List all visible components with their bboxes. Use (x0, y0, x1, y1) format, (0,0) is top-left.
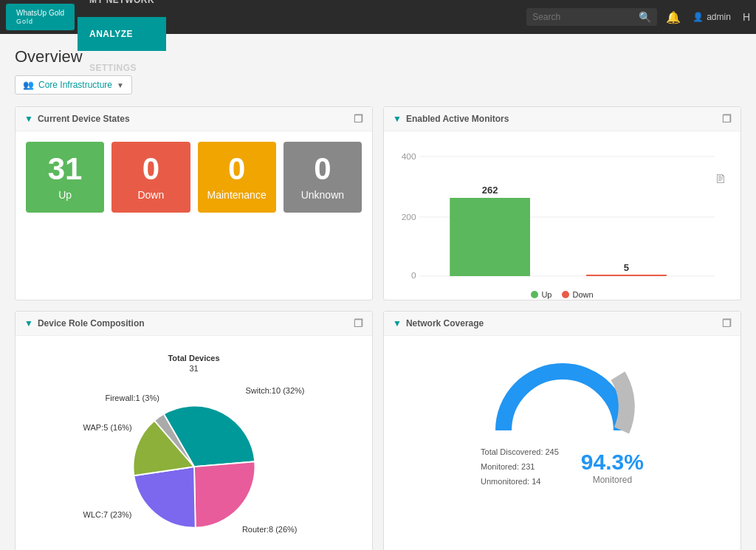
gauge-percent-label: Monitored (581, 475, 644, 485)
device-role-title: Device Role Composition (38, 318, 145, 329)
help-icon[interactable]: H (743, 11, 750, 23)
user-icon: 👤 (693, 12, 704, 22)
navbar: WhatsUp Gold Gold DISCOVERMY NETWORKANAL… (0, 0, 756, 34)
bar-legend: Up Down (402, 290, 723, 299)
gauge-percentage: 94.3% (581, 450, 644, 475)
bar-chart-svg: 400 200 0 262 5 (402, 149, 723, 282)
state-label-unknown: Unknown (291, 189, 354, 201)
pie-total-value: 31 (189, 364, 198, 373)
network-coverage-panel: ▼ Network Coverage ❐ (383, 311, 741, 550)
gauge-arc-fill (504, 371, 622, 430)
state-label-up: Up (33, 189, 97, 201)
legend-up-label: Up (541, 290, 551, 299)
gauge-arc-end (618, 376, 627, 430)
unmonitored-row: Unmonitored: 14 (481, 475, 559, 489)
slice-label-wlc: WLC:7 (23%) (83, 510, 132, 519)
state-card-up: 31 Up (26, 142, 104, 213)
device-states-panel: ▼ Current Device States ❐ 31 Up 0 Down 0… (15, 106, 373, 300)
total-discovered-label: Total Discovered: (481, 447, 543, 456)
dashboard-grid: ▼ Current Device States ❐ 31 Up 0 Down 0… (15, 106, 741, 550)
bar-down (586, 275, 667, 276)
slice-label-wap: WAP:5 (16%) (83, 423, 132, 432)
gauge-info: Total Discovered: 245 Monitored: 231 Unm… (481, 445, 644, 489)
svg-text:0: 0 (411, 271, 416, 279)
active-monitors-title: Enabled Active Monitors (406, 114, 509, 124)
state-number-up: 31 (33, 154, 97, 185)
page-content: Overview 👥 Core Infrastructure ▼ 🖹 ▼ Cur… (0, 34, 756, 550)
collapse-icon[interactable]: ▼ (24, 114, 33, 124)
pie-slice-1 (194, 461, 255, 527)
svg-text:262: 262 (482, 185, 498, 195)
search-input[interactable] (532, 12, 636, 22)
legend-up: Up (531, 290, 551, 299)
state-number-down: 0 (119, 154, 182, 185)
collapse-device-role-icon[interactable]: ▼ (24, 318, 33, 329)
slice-label-firewall: Firewall:1 (3%) (106, 393, 159, 402)
pie-slice-2 (134, 467, 195, 527)
pie-total-label: Total Devices (168, 354, 219, 362)
svg-text:5: 5 (624, 263, 629, 272)
state-card-down: 0 Down (111, 142, 190, 213)
device-states-grid: 31 Up 0 Down 0 Maintenance 0 Unknown (26, 142, 362, 213)
svg-text:200: 200 (402, 213, 416, 221)
total-discovered-value: 245 (546, 447, 559, 456)
group-label: Core Infrastructure (38, 80, 112, 90)
nav-item-my-network[interactable]: MY NETWORK (78, 0, 166, 17)
unmonitored-label: Unmonitored: (481, 477, 529, 486)
device-role-panel: ▼ Device Role Composition ❐ Total Device… (15, 311, 373, 550)
nav-item-analyze[interactable]: ANALYZE (78, 17, 166, 51)
state-card-maintenance: 0 Maintenance (198, 142, 276, 213)
monitored-value: 231 (521, 462, 535, 471)
unmonitored-value: 14 (532, 477, 540, 486)
app-logo[interactable]: WhatsUp Gold Gold (6, 4, 75, 31)
logo-tagline: Gold (16, 18, 64, 27)
chevron-down-icon: ▼ (117, 81, 124, 89)
gauge-percent: 94.3% Monitored (581, 450, 644, 485)
nav-right-controls: 🔔 👤 admin H (666, 10, 750, 24)
active-monitors-body: 400 200 0 262 5 (384, 131, 740, 300)
legend-down: Down (562, 290, 593, 299)
active-monitors-header: ▼ Enabled Active Monitors ❐ (384, 107, 740, 131)
group-selector-button[interactable]: 👥 Core Infrastructure ▼ (15, 75, 132, 94)
legend-down-label: Down (572, 290, 593, 299)
device-states-header: ▼ Current Device States ❐ (16, 107, 372, 131)
expand-device-role-icon[interactable]: ❐ (354, 317, 363, 329)
state-card-unknown: 0 Unknown (284, 142, 362, 213)
monitored-label: Monitored: (481, 462, 519, 471)
slice-label-switch: Switch:10 (32%) (245, 386, 304, 395)
device-role-header: ▼ Device Role Composition ❐ (16, 312, 372, 336)
network-coverage-title: Network Coverage (406, 318, 484, 329)
state-label-maintenance: Maintenance (205, 189, 269, 201)
slice-label-router: Router:8 (26%) (242, 525, 298, 534)
expand-device-states-icon[interactable]: ❐ (354, 113, 363, 125)
svg-text:400: 400 (402, 152, 416, 160)
group-icon: 👥 (23, 80, 34, 90)
device-role-body: Total Devices 31 Switch:10 (32%) Router:… (16, 336, 372, 550)
total-discovered-row: Total Discovered: 245 (481, 445, 559, 460)
pie-chart-area: Total Devices 31 Switch:10 (32%) Router:… (26, 346, 362, 549)
gauge-area: Total Discovered: 245 Monitored: 231 Unm… (394, 346, 730, 499)
expand-network-coverage-icon[interactable]: ❐ (722, 317, 732, 329)
state-number-unknown: 0 (291, 154, 354, 185)
nav-search-bar[interactable]: 🔍 (526, 8, 657, 26)
collapse-active-monitors-icon[interactable]: ▼ (393, 114, 402, 124)
state-number-maintenance: 0 (205, 154, 269, 185)
legend-down-dot (562, 291, 569, 298)
gauge-stats: Total Discovered: 245 Monitored: 231 Unm… (481, 445, 559, 489)
device-states-title: Current Device States (38, 114, 130, 124)
nav-menu: DISCOVERMY NETWORKANALYZESETTINGS (78, 0, 166, 85)
active-monitors-panel: ▼ Enabled Active Monitors ❐ 400 200 0 (383, 106, 741, 300)
user-menu[interactable]: 👤 admin (693, 12, 731, 22)
pie-wrapper: Switch:10 (32%) Router:8 (26%) WLC:7 (23… (83, 379, 305, 541)
network-coverage-header: ▼ Network Coverage ❐ (384, 312, 740, 336)
bar-up (450, 198, 530, 276)
search-icon[interactable]: 🔍 (639, 11, 651, 23)
expand-active-monitors-icon[interactable]: ❐ (722, 113, 732, 125)
state-label-down: Down (119, 189, 182, 201)
legend-up-dot (531, 291, 538, 298)
gauge-svg (489, 357, 636, 438)
device-states-body: 31 Up 0 Down 0 Maintenance 0 Unknown (16, 131, 372, 223)
collapse-network-coverage-icon[interactable]: ▼ (393, 318, 402, 329)
monitored-row: Monitored: 231 (481, 460, 559, 475)
notifications-icon[interactable]: 🔔 (666, 10, 681, 24)
